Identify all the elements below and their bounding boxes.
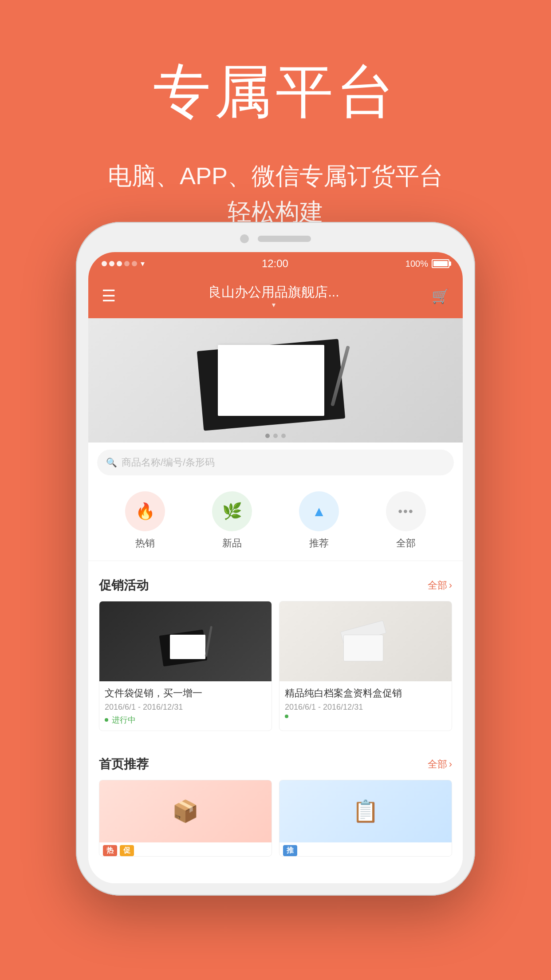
dots-icon: ••• (398, 504, 413, 518)
signal-dots (102, 261, 137, 266)
hero-section: 专属平台 电脑、APP、微信专属订货平台 轻松构建 (0, 0, 551, 257)
phone-outer: ▾ 12:00 100% ☰ 良山办公用品旗舰店... ▼ 🛒 (76, 222, 475, 896)
notebook-page (218, 345, 324, 416)
wifi-icon: ▾ (141, 259, 145, 269)
status-left: ▾ (102, 259, 145, 269)
camera-dot (240, 234, 249, 243)
signal-dot-1 (102, 261, 107, 266)
subtitle-line2: 轻松构建 (228, 198, 323, 225)
badge-row-2: 推 (279, 842, 452, 856)
hot-icon: 🔥 (135, 502, 155, 521)
search-input-wrap[interactable]: 🔍 商品名称/编号/条形码 (97, 450, 454, 475)
promo-status-row-2 (285, 715, 446, 718)
banner-product (88, 318, 463, 443)
promo-status-1: 进行中 (112, 715, 136, 725)
hot-icon-circle: 🔥 (125, 491, 165, 531)
recommended-header: 首页推荐 全部 › (99, 756, 452, 773)
app-header: ☰ 良山办公用品旗舰店... ▼ 🛒 (88, 275, 463, 318)
search-bar[interactable]: 🔍 商品名称/编号/条形码 (88, 443, 463, 482)
banner-dots (265, 434, 286, 438)
rec-item-2[interactable]: 📋 推 (279, 780, 452, 857)
promotions-section: 促销活动 全部 › (88, 568, 463, 740)
mini-nb-pen (205, 626, 213, 657)
menu-icon[interactable]: ☰ (102, 287, 116, 305)
signal-dot-3 (117, 261, 122, 266)
badge-promo: 促 (120, 845, 134, 856)
rec-more-label: 全部 (428, 758, 447, 771)
rec-icon-circle: ▲ (299, 491, 339, 531)
promo-grid: 文件袋促销，买一增一 2016/6/1 - 2016/12/31 进行中 (99, 601, 452, 731)
speaker-bar (258, 236, 311, 242)
rec-item-1[interactable]: 📦 热 促 (99, 780, 272, 857)
rec-label: 推荐 (309, 537, 329, 550)
rec-product-icon-2: 📋 (352, 799, 379, 824)
promo-item-2[interactable]: 精品纯白档案盒资料盒促销 2016/6/1 - 2016/12/31 (279, 601, 452, 731)
phone-screen: ▾ 12:00 100% ☰ 良山办公用品旗舰店... ▼ 🛒 (88, 252, 463, 883)
mini-box-main (343, 635, 383, 661)
chevron-down-icon[interactable]: ▼ (116, 301, 432, 308)
banner-dot-2 (273, 434, 278, 438)
signal-dot-5 (132, 261, 137, 266)
promo-product-1 (157, 619, 214, 664)
promo-status-row-1: 进行中 (105, 715, 266, 725)
category-hot[interactable]: 🔥 热销 (125, 491, 165, 550)
signal-dot-4 (124, 261, 130, 266)
promo-name-1: 文件袋促销，买一增一 (105, 687, 266, 700)
category-rec[interactable]: ▲ 推荐 (299, 491, 339, 550)
promotions-header: 促销活动 全部 › (99, 577, 452, 594)
badge-hot: 热 (103, 845, 117, 856)
battery-text: 100% (405, 259, 428, 269)
rec-more-button[interactable]: 全部 › (428, 758, 452, 771)
rec-grid: 📦 热 促 📋 推 (99, 780, 452, 857)
subtitle-line1: 电脑、APP、微信专属订货平台 (108, 162, 443, 189)
rec-img-2: 📋 (279, 780, 452, 842)
status-time: 12:00 (262, 257, 288, 270)
status-right: 100% (405, 259, 449, 269)
promo-info-2: 精品纯白档案盒资料盒促销 2016/6/1 - 2016/12/31 (279, 681, 452, 723)
promo-date-row-1: 2016/6/1 - 2016/12/31 (105, 703, 266, 712)
banner-area[interactable] (88, 318, 463, 443)
promotions-title: 促销活动 (99, 577, 149, 594)
mini-nb-page (170, 635, 205, 659)
all-icon-circle: ••• (386, 491, 426, 531)
promo-name-2: 精品纯白档案盒资料盒促销 (285, 687, 446, 700)
promo-img-1 (99, 601, 272, 681)
categories-row: 🔥 热销 🌿 新品 ▲ 推荐 (88, 482, 463, 561)
signal-dot-2 (109, 261, 114, 266)
promo-date-1: 2016/6/1 - 2016/12/31 (105, 703, 183, 712)
hot-label: 热销 (135, 537, 155, 550)
cart-icon[interactable]: 🛒 (432, 288, 449, 304)
triangle-icon: ▲ (312, 503, 326, 520)
badge-new: 推 (283, 845, 297, 856)
header-title-wrap: 良山办公用品旗舰店... ▼ (116, 283, 432, 308)
promo-item-1[interactable]: 文件袋促销，买一增一 2016/6/1 - 2016/12/31 进行中 (99, 601, 272, 731)
search-placeholder: 商品名称/编号/条形码 (122, 456, 215, 469)
bottom-space (88, 865, 463, 883)
promo-date-2: 2016/6/1 - 2016/12/31 (285, 703, 363, 712)
search-icon: 🔍 (106, 457, 117, 468)
store-name: 良山办公用品旗舰店... (116, 283, 432, 301)
rec-img-1: 📦 (99, 780, 272, 842)
promo-info-1: 文件袋促销，买一增一 2016/6/1 - 2016/12/31 进行中 (99, 681, 272, 731)
more-chevron-icon: › (449, 580, 452, 591)
new-label: 新品 (222, 537, 242, 550)
rec-more-chevron-icon: › (449, 759, 452, 770)
promo-img-2 (279, 601, 452, 681)
battery-icon (432, 259, 449, 268)
rec-title: 首页推荐 (99, 756, 149, 773)
product-visual (191, 332, 360, 429)
active-dot-icon-2 (285, 715, 288, 718)
category-new[interactable]: 🌿 新品 (212, 491, 252, 550)
promo-date-row-2: 2016/6/1 - 2016/12/31 (285, 703, 446, 712)
status-bar: ▾ 12:00 100% (88, 252, 463, 275)
promotions-more-button[interactable]: 全部 › (428, 579, 452, 592)
banner-dot-3 (281, 434, 286, 438)
hero-subtitle: 电脑、APP、微信专属订货平台 轻松构建 (0, 158, 551, 230)
phone-mockup: ▾ 12:00 100% ☰ 良山办公用品旗舰店... ▼ 🛒 (76, 222, 475, 896)
recommended-section: 首页推荐 全部 › 📦 热 促 (88, 747, 463, 865)
leaf-icon: 🌿 (222, 502, 242, 521)
category-all[interactable]: ••• 全部 (386, 491, 426, 550)
phone-top-bar (88, 234, 463, 252)
promo-product-2 (337, 619, 394, 664)
hero-title: 专属平台 (0, 53, 551, 131)
